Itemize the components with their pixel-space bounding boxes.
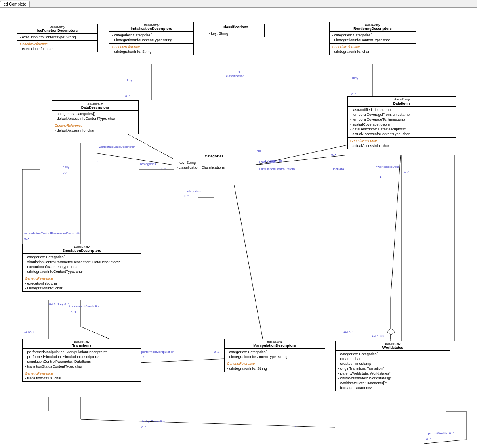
label-mult-1-wd: 1 [380,175,381,178]
transitions-refs: GenericReference transitionStatus: char [23,370,141,381]
label-mult-0star-cat: 0..* [161,167,166,171]
data-descriptors-title: BaseEntity DataDescriptors [52,101,138,111]
svg-line-19 [81,419,335,427]
transitions-box: BaseEntity Transitions performedManipula… [22,339,141,382]
label-id-1star: +id 1..*.* [372,335,384,338]
simulation-descriptors-refs: GenericReference executionInfo: char uiI… [23,275,141,291]
label-worldstate-dd: +worldstateDataDescriptor [97,145,135,149]
classifications-title: Classifications [206,24,264,30]
icc-function-title: BaseEntity IccFunctionDescriptors [17,24,97,34]
data-items-box: BaseEntity DataItems lastModified: times… [347,96,456,149]
label-mult-0star-init: 0..* [125,94,130,98]
label-key-dd: +key [63,165,69,169]
label-key-init: +key [125,78,132,82]
label-mult-0star-render: 0..* [351,92,356,96]
label-mult-1-dd: 1 [97,160,99,164]
label-mult-0star-di: 0..* [331,153,336,157]
svg-line-4 [95,153,174,165]
initialisation-box: BaseEntity InitialisationDescriptors cat… [109,22,194,55]
manipulation-descriptors-title: BaseEntity ManipulationDescriptors [225,339,325,349]
svg-marker-31 [387,329,395,335]
classifications-box: Classifications key: String [206,24,265,37]
label-mult-1-ws: 1 [295,425,296,429]
rendering-title: BaseEntity RenderingDescriptors [330,22,416,32]
label-categories-self: +categories [184,189,201,193]
label-key-render: +key [351,76,358,80]
worldstates-attrs: categories: Categories[] creator: char c… [336,351,450,391]
data-descriptors-box: BaseEntity DataDescriptors categories: C… [52,100,139,134]
transitions-title: BaseEntity Transitions [23,339,141,349]
simulation-descriptors-box: BaseEntity SimulationDescriptors categor… [22,244,141,292]
icc-function-refs: GenericReference executionInfo: char [17,41,97,52]
classifications-attrs: key: String [206,30,264,37]
icc-function-box: BaseEntity IccFunctionDescriptors execut… [17,24,98,52]
label-id-sim: +id 0..1 ey 0..* [48,302,69,306]
manipulation-descriptors-refs: GenericReference uiIntegrationInfo: Stri… [225,360,325,372]
label-mult-0star-scp: 0..* [24,237,29,241]
rendering-box: BaseEntity RenderingDescriptors categori… [329,22,416,55]
label-id-trans: +id 0..* [24,331,34,334]
icc-function-stereotype: BaseEntity [19,25,96,29]
label-mult-01-manip2: 0..1 [214,350,219,354]
rendering-attrs: categories: Categories[] uiIntegrationIn… [330,32,416,44]
label-parent-world: +parentWorl+id 0..* [426,431,454,435]
label-performed-sim: +performedSimulation [69,304,100,308]
label-worldstate-data: +worldstateData [376,165,399,169]
data-items-attrs: lastModified: timestamp temporalCoverage… [348,107,456,138]
manipulation-descriptors-box: BaseEntity ManipulationDescriptors categ… [224,339,325,372]
label-mult-01-ot: 0..1 [141,425,147,429]
diagram-area: +classification 1 +key 0..* +key 0..* +w… [0,8,477,447]
categories-attrs: key: String classification: Classificati… [174,159,254,171]
label-classification: +classification [224,74,244,78]
transitions-attrs: performedManipulation: ManipulationDescr… [23,349,141,370]
categories-title: Categories [174,153,254,159]
svg-line-26 [234,185,263,339]
data-items-title: BaseEntity DataItems [348,97,456,107]
label-mult-1star-wd: 1..* [404,170,409,174]
tab-label: cd Complete [4,2,26,6]
label-mult-0star-dd: 0..* [63,171,67,174]
tab-bar: cd Complete [0,0,477,8]
worldstates-title: BaseEntity Worldstates [336,341,450,351]
label-mult-0star-self: 0..* [184,194,189,198]
rendering-refs: GenericReference uiIntegrationInfo: char [330,44,416,55]
simulation-descriptors-title: BaseEntity SimulationDescriptors [23,244,141,254]
label-origin-trans: +originTransition [141,419,165,423]
manipulation-descriptors-attrs: categories: Categories[] uiIntegrationIn… [225,349,325,360]
svg-line-30 [391,155,401,298]
label-id-ws: +id 0..1 [343,331,354,334]
label-sim-ctrl-param: +simulationControlParameterDescription [24,232,82,235]
data-descriptors-attrs: categories: Categories[] defaultAccessIn… [52,111,138,122]
initialisation-attrs: categories: Categories[] uiIntegrationIn… [109,32,193,44]
icc-function-attrs: executionInfoContentType: String [17,34,97,41]
label-icc-data: +iccData [331,167,344,171]
label-id-di: +id [256,149,261,153]
initialisation-refs: GenericReference uiIntegrationInfo: Stri… [109,44,193,55]
aggregation-diamond [387,329,395,337]
cd-complete-tab[interactable]: cd Complete [0,1,30,7]
categories-box: Categories key: String classification: C… [174,153,254,171]
simulation-descriptors-attrs: categories: Categories[] simulationContr… [23,254,141,275]
data-descriptors-refs: GenericReference defaultAccessInfo: char [52,122,138,134]
worldstates-box: BaseEntity Worldstates categories: Categ… [335,341,450,391]
svg-line-17 [139,359,224,363]
label-mult-01-pw: 0..1 [426,438,431,441]
label-sim-ctrl: +simulationControlParam [258,167,295,171]
label-mult-1: 1 [238,70,240,74]
data-items-refs: GenericResource actualAccessInfo: char [348,138,456,149]
label-categories-dd: +categories [139,162,156,166]
label-categories-main: +categories [258,160,275,164]
initialisation-title: BaseEntity InitialisationDescriptors [109,22,193,32]
label-perf-manip: +performedManipulation [139,350,174,354]
label-mult-01-sim: 0..1 [71,310,76,314]
